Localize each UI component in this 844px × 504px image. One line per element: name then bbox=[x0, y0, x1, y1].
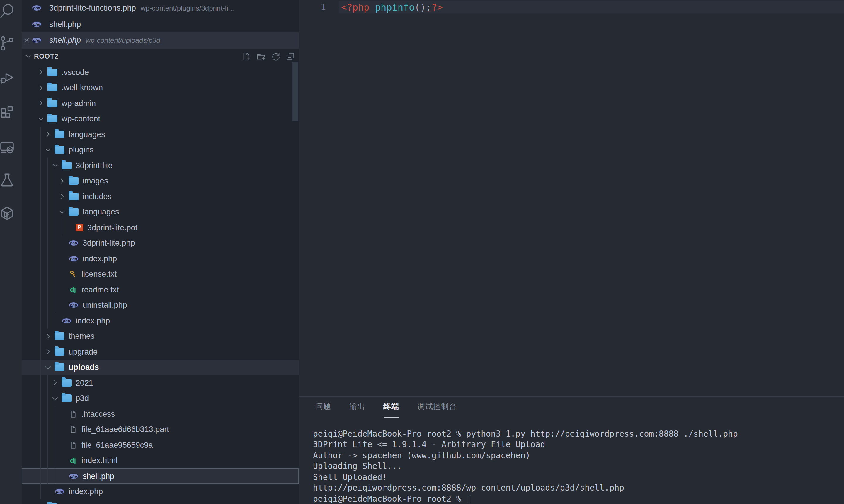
tree-row[interactable]: phpindex.php bbox=[22, 251, 299, 266]
terminal-line: peiqi@PeideMacBook-Pro root2 % python3 1… bbox=[313, 428, 839, 439]
indent-guide bbox=[61, 220, 62, 235]
file-icon bbox=[69, 441, 77, 450]
tree-row[interactable]: .vscode bbox=[22, 65, 299, 80]
indent-guide bbox=[54, 173, 55, 189]
remote-explorer-icon[interactable] bbox=[0, 139, 15, 155]
open-editor-item[interactable]: phpshell.php bbox=[22, 16, 299, 32]
tree-row[interactable]: P3dprint-lite.pot bbox=[22, 220, 299, 235]
indent-guide bbox=[54, 282, 55, 298]
folder-icon bbox=[61, 162, 72, 169]
chevron-right-icon bbox=[44, 332, 52, 341]
chevron-right-icon bbox=[37, 99, 45, 108]
tree-row[interactable]: djreadme.txt bbox=[22, 282, 299, 298]
tree-item-label: 3dprint-lite.pot bbox=[87, 223, 138, 232]
chevron-down-icon bbox=[44, 363, 52, 372]
tree-row[interactable]: uploads bbox=[22, 360, 299, 375]
php-icon: php bbox=[61, 318, 72, 324]
terminal-cursor bbox=[467, 494, 471, 503]
indent-guide bbox=[48, 204, 48, 220]
indent-guide bbox=[54, 468, 55, 484]
indent-guide bbox=[54, 266, 55, 282]
tree-row[interactable]: upgrade bbox=[22, 344, 299, 360]
testing-icon[interactable] bbox=[0, 172, 15, 188]
tree-row[interactable]: p3d bbox=[22, 391, 299, 406]
tree-row[interactable]: phpuninstall.php bbox=[22, 298, 299, 313]
tree-row[interactable]: wp-includes bbox=[22, 499, 299, 504]
sidebar-scrollbar[interactable] bbox=[292, 61, 298, 121]
tree-row[interactable]: images bbox=[22, 173, 299, 189]
tree-item-label: includes bbox=[83, 192, 112, 201]
tree-row[interactable]: phpindex.php bbox=[22, 484, 299, 499]
folder-icon bbox=[54, 332, 65, 340]
open-editor-item[interactable]: php3dprint-lite-functions.phpwp-content/… bbox=[22, 0, 299, 16]
panel-tabs: 问题输出终端调试控制台 bbox=[299, 397, 844, 416]
tree-item-label: index.php bbox=[69, 487, 103, 496]
run-debug-icon[interactable] bbox=[0, 69, 15, 86]
indent-guide bbox=[48, 266, 48, 282]
php-icon: php bbox=[69, 255, 78, 262]
chevron-down-icon bbox=[51, 394, 59, 402]
terminal-output[interactable]: peiqi@PeideMacBook-Pro root2 % python3 1… bbox=[313, 428, 839, 504]
tree-row[interactable]: .htaccess bbox=[22, 406, 299, 422]
twisty-spacer bbox=[58, 301, 66, 309]
tree-row[interactable]: 2021 bbox=[22, 375, 299, 391]
twisty-spacer bbox=[58, 410, 66, 418]
chevron-right-icon bbox=[58, 193, 66, 201]
tree-row[interactable]: license.txt bbox=[22, 266, 299, 282]
tree-row[interactable]: includes bbox=[22, 189, 299, 204]
indent-guide bbox=[54, 220, 55, 235]
indent-guide bbox=[40, 298, 41, 313]
folder-icon bbox=[69, 177, 78, 185]
tree-row[interactable]: 3dprint-lite bbox=[22, 158, 299, 173]
open-editor-item[interactable]: phpshell.phpwp-content/uploads/p3d bbox=[22, 32, 299, 48]
php-icon: php bbox=[69, 240, 78, 247]
key-icon bbox=[69, 270, 77, 279]
collapse-folders-icon[interactable] bbox=[285, 52, 295, 61]
indent-guide bbox=[48, 251, 48, 266]
editor[interactable]: 1 <?php phpinfo();?> Aa ab .* 无结果 bbox=[299, 0, 844, 396]
open-editors-list: php3dprint-lite-functions.phpwp-content/… bbox=[22, 0, 299, 48]
new-file-icon[interactable] bbox=[241, 52, 251, 61]
indent-guide bbox=[40, 142, 41, 158]
terminal-line: Uploading Shell... bbox=[313, 461, 839, 472]
tree-row[interactable]: languages bbox=[22, 204, 299, 220]
indent-guide bbox=[40, 173, 41, 189]
explorer-section-header[interactable]: ROOT2 bbox=[22, 48, 299, 65]
tree-row[interactable]: phpindex.php bbox=[22, 313, 299, 328]
refresh-explorer-icon[interactable] bbox=[271, 52, 281, 61]
package-icon[interactable] bbox=[0, 205, 15, 221]
tree-row[interactable]: wp-content bbox=[22, 111, 299, 127]
close-icon[interactable] bbox=[23, 37, 31, 44]
indent-guide bbox=[40, 406, 41, 422]
indent-guide bbox=[54, 251, 55, 266]
panel-tab[interactable]: 调试控制台 bbox=[417, 398, 457, 415]
extensions-icon[interactable] bbox=[0, 104, 15, 120]
panel-tab[interactable]: 问题 bbox=[315, 398, 332, 415]
panel-tab[interactable]: 终端 bbox=[383, 398, 400, 415]
tree-row[interactable]: phpshell.php bbox=[22, 468, 299, 484]
panel-tab[interactable]: 输出 bbox=[349, 398, 366, 415]
file-icon bbox=[69, 425, 77, 434]
chevron-right-icon bbox=[37, 68, 45, 76]
new-folder-icon[interactable] bbox=[256, 52, 266, 61]
tree-row[interactable]: djindex.html bbox=[22, 453, 299, 468]
indent-guide bbox=[48, 173, 48, 189]
indent-guide bbox=[48, 158, 48, 173]
tree-row[interactable]: themes bbox=[22, 328, 299, 344]
source-control-icon[interactable] bbox=[0, 35, 15, 52]
tree-row[interactable]: wp-admin bbox=[22, 95, 299, 111]
chevron-down-icon bbox=[37, 503, 45, 504]
folder-icon bbox=[54, 364, 65, 371]
tree-row[interactable]: .well-known bbox=[22, 80, 299, 95]
tree-item-label: .well-known bbox=[61, 84, 103, 92]
tree-row[interactable]: languages bbox=[22, 127, 299, 142]
tree-row[interactable]: file_61aae95659c9a bbox=[22, 437, 299, 453]
tree-item-label: file_61aae6d66b313.part bbox=[82, 425, 169, 434]
search-icon[interactable] bbox=[0, 3, 15, 19]
indent-guide bbox=[40, 220, 41, 235]
tree-row[interactable]: php3dprint-lite.php bbox=[22, 235, 299, 251]
tree-row[interactable]: file_61aae6d66b313.part bbox=[22, 422, 299, 437]
twisty-spacer bbox=[58, 426, 66, 434]
tree-row[interactable]: plugins bbox=[22, 142, 299, 158]
indent-guide bbox=[40, 266, 41, 282]
